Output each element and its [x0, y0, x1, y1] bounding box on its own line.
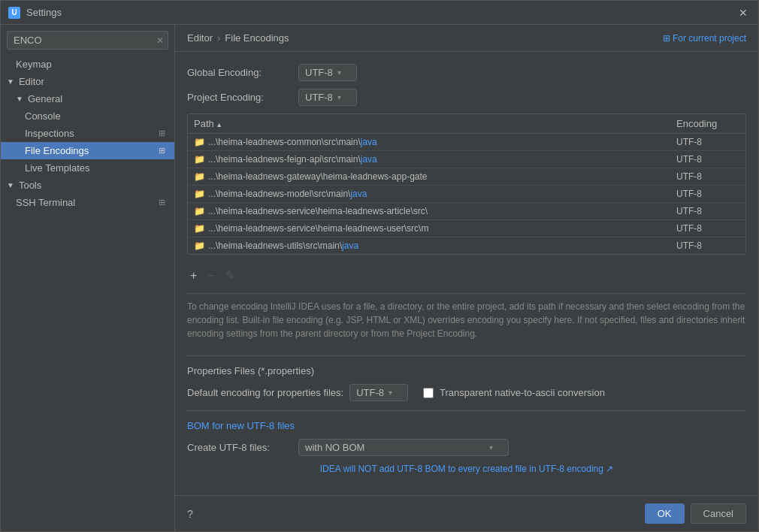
- create-utf8-row: Create UTF-8 files: with NO BOM ▾: [187, 439, 746, 456]
- properties-encoding-arrow: ▾: [389, 388, 392, 397]
- path-column-header[interactable]: Path: [188, 114, 670, 134]
- project-encoding-dropdown[interactable]: UTF-8 ▾: [298, 89, 357, 106]
- inspections-badge-icon: ⊞: [159, 128, 165, 138]
- default-encoding-row: Default encoding for properties files: U…: [187, 384, 746, 401]
- live-templates-label: Live Templates: [25, 162, 89, 174]
- properties-divider: [187, 355, 746, 356]
- remove-row-button[interactable]: −: [204, 268, 217, 284]
- table-row[interactable]: 📁...\heima-leadnews-common\src\main\java…: [188, 134, 745, 151]
- global-encoding-row: Global Encoding: UTF-8 ▾: [187, 64, 746, 81]
- create-utf8-value: with NO BOM: [305, 442, 364, 453]
- table-row[interactable]: 📁...\heima-leadnews-service\heima-leadne…: [188, 220, 745, 237]
- table-row[interactable]: 📁...\heima-leadnews-model\src\main\javaU…: [188, 186, 745, 203]
- tools-chevron: ▼: [7, 181, 14, 189]
- breadcrumb-current: File Encodings: [225, 32, 289, 44]
- ok-button[interactable]: OK: [645, 503, 685, 524]
- folder-icon: 📁: [194, 137, 205, 147]
- sidebar: ✕ Keymap ▼ Editor ▼ General Console Insp…: [1, 25, 175, 531]
- console-label: Console: [25, 110, 61, 122]
- encoding-cell: UTF-8: [670, 151, 745, 168]
- table-toolbar: + − ✎: [187, 262, 746, 290]
- title-bar-left: U Settings: [8, 7, 62, 19]
- global-encoding-dropdown[interactable]: UTF-8 ▾: [298, 64, 357, 81]
- ssh-terminal-label: SSH Terminal: [16, 197, 75, 208]
- folder-icon: 📁: [194, 223, 205, 234]
- path-cell: 📁...\heima-leadnews-service\heima-leadne…: [188, 220, 670, 237]
- global-encoding-arrow: ▾: [337, 68, 341, 77]
- sidebar-item-file-encodings[interactable]: File Encodings ⊞: [1, 142, 174, 159]
- create-utf8-label: Create UTF-8 files:: [187, 442, 292, 453]
- bom-divider: [187, 410, 746, 411]
- close-button[interactable]: ✕: [736, 4, 751, 22]
- main-content: ✕ Keymap ▼ Editor ▼ General Console Insp…: [1, 25, 758, 531]
- project-encoding-value: UTF-8: [305, 92, 333, 103]
- title-bar: U Settings ✕: [1, 1, 758, 25]
- inspections-label: Inspections: [25, 128, 74, 139]
- for-current-project-link[interactable]: ⊞ For current project: [663, 33, 746, 44]
- global-encoding-label: Global Encoding:: [187, 67, 292, 78]
- folder-icon: 📁: [194, 154, 205, 165]
- sidebar-item-editor[interactable]: ▼ Editor: [1, 73, 174, 90]
- sidebar-item-keymap[interactable]: Keymap: [1, 56, 174, 73]
- general-label: General: [28, 93, 62, 104]
- cancel-button[interactable]: Cancel: [691, 503, 746, 524]
- general-chevron: ▼: [16, 95, 23, 103]
- path-cell: 📁...\heima-leadnews-model\src\main\java: [188, 186, 670, 203]
- file-table: Path Encoding 📁...\heima-leadnews-common…: [188, 114, 745, 254]
- table-row[interactable]: 📁...\heima-leadnews-gateway\heima-leadne…: [188, 168, 745, 186]
- transparent-checkbox[interactable]: [423, 388, 434, 398]
- editor-label: Editor: [19, 76, 44, 87]
- editor-chevron: ▼: [7, 77, 14, 86]
- encoding-cell: UTF-8: [670, 134, 745, 151]
- sidebar-item-tools[interactable]: ▼ Tools: [1, 177, 174, 194]
- bottom-bar: ? OK Cancel: [175, 495, 758, 531]
- window-title: Settings: [26, 7, 62, 18]
- table-row[interactable]: 📁...\heima-leadnews-feign-api\src\main\j…: [188, 151, 745, 168]
- add-row-button[interactable]: +: [187, 268, 200, 284]
- folder-icon: 📁: [194, 206, 205, 216]
- create-utf8-arrow: ▾: [489, 443, 493, 452]
- encoding-cell: UTF-8: [670, 220, 745, 237]
- path-cell: 📁...\heima-leadnews-gateway\heima-leadne…: [188, 168, 670, 186]
- bom-section-title: BOM for new UTF-8 files: [187, 420, 746, 431]
- ssh-terminal-badge-icon: ⊞: [159, 198, 165, 207]
- properties-section-title: Properties Files (*.properties): [187, 365, 746, 376]
- bom-info-link[interactable]: IDEA will NOT add UTF-8 BOM to every cre…: [187, 464, 746, 474]
- encoding-cell: UTF-8: [670, 237, 745, 255]
- file-encodings-badge-icon: ⊞: [159, 146, 165, 156]
- path-cell: 📁...\heima-leadnews-common\src\main\java: [188, 134, 670, 151]
- transparent-checkbox-label: Transparent native-to-ascii conversion: [440, 387, 605, 398]
- project-encoding-row: Project Encoding: UTF-8 ▾: [187, 89, 746, 106]
- path-cell: 📁...\heima-leadnews-feign-api\src\main\j…: [188, 151, 670, 168]
- sidebar-item-inspections[interactable]: Inspections ⊞: [1, 125, 174, 142]
- table-row[interactable]: 📁...\heima-leadnews-utils\src\main\javaU…: [188, 237, 745, 255]
- encoding-cell: UTF-8: [670, 203, 745, 220]
- path-cell: 📁...\heima-leadnews-service\heima-leadne…: [188, 203, 670, 220]
- sidebar-item-console[interactable]: Console: [1, 107, 174, 125]
- table-row[interactable]: 📁...\heima-leadnews-service\heima-leadne…: [188, 203, 745, 220]
- sidebar-item-live-templates[interactable]: Live Templates: [1, 159, 174, 177]
- create-utf8-dropdown[interactable]: with NO BOM ▾: [298, 439, 509, 456]
- sidebar-item-ssh-terminal[interactable]: SSH Terminal ⊞: [1, 194, 174, 211]
- encoding-cell: UTF-8: [670, 186, 745, 203]
- file-table-container: Path Encoding 📁...\heima-leadnews-common…: [187, 113, 746, 255]
- edit-row-button[interactable]: ✎: [222, 267, 238, 284]
- breadcrumb: Editor › File Encodings ⊞ For current pr…: [175, 25, 758, 52]
- search-clear-button[interactable]: ✕: [156, 35, 164, 46]
- path-cell: 📁...\heima-leadnews-utils\src\main\java: [188, 237, 670, 255]
- project-encoding-label: Project Encoding:: [187, 92, 292, 103]
- keymap-label: Keymap: [16, 59, 52, 70]
- encoding-cell: UTF-8: [670, 168, 745, 186]
- encoding-column-header[interactable]: Encoding: [670, 114, 745, 134]
- help-button[interactable]: ?: [187, 508, 193, 520]
- search-input[interactable]: [7, 31, 168, 50]
- project-encoding-arrow: ▾: [337, 93, 341, 101]
- folder-icon: 📁: [194, 240, 205, 251]
- sidebar-item-general[interactable]: ▼ General: [1, 90, 174, 107]
- default-encoding-label: Default encoding for properties files:: [187, 387, 343, 398]
- app-icon: U: [8, 7, 20, 19]
- info-text: To change encoding IntelliJ IDEA uses fo…: [187, 293, 746, 346]
- breadcrumb-parent: Editor: [187, 32, 213, 44]
- properties-encoding-dropdown[interactable]: UTF-8 ▾: [349, 384, 408, 401]
- tools-label: Tools: [19, 180, 41, 191]
